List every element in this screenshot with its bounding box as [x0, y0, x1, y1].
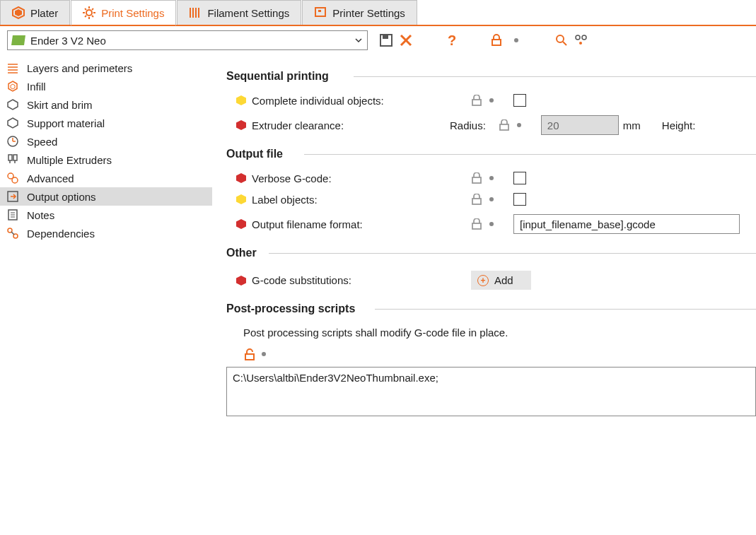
- preset-toolbar: Ender 3 V2 Neo ?: [0, 26, 756, 54]
- svg-line-8: [92, 16, 93, 17]
- bullet-icon: [236, 194, 246, 204]
- tab-plater[interactable]: Plater: [0, 0, 70, 25]
- label-gcode-subs: G-code substitutions:: [252, 274, 471, 286]
- hex-icon: [6, 98, 20, 112]
- printer-icon: [314, 6, 327, 19]
- input-filename-format[interactable]: [input_filename_base].gcode: [513, 214, 740, 234]
- svg-rect-59: [472, 199, 481, 204]
- reset-dot[interactable]: [489, 176, 494, 180]
- textarea-pp-scripts[interactable]: C:\Users\altbi\Ender3V2NeoThumbnail.exe;: [226, 367, 756, 416]
- section-output-title: Output file: [226, 148, 756, 160]
- lock-icon[interactable]: [471, 218, 482, 230]
- svg-rect-40: [8, 155, 12, 160]
- row-verbose-gcode: Verbose G-code:: [226, 167, 756, 189]
- gears-icon: [6, 171, 20, 185]
- checkbox-complete-objects[interactable]: [513, 94, 526, 107]
- save-button[interactable]: [378, 32, 395, 49]
- add-label: Add: [494, 274, 513, 286]
- sidebar-item-skirt[interactable]: Skirt and brim: [0, 95, 212, 114]
- sidebar-label: Support material: [27, 117, 105, 129]
- preset-dropdown[interactable]: Ender 3 V2 Neo: [7, 30, 368, 50]
- svg-rect-63: [245, 354, 254, 360]
- svg-marker-1: [15, 9, 22, 16]
- delete-button[interactable]: [397, 32, 414, 49]
- svg-line-51: [11, 232, 14, 235]
- clock-icon: [6, 134, 20, 148]
- gear-icon: [83, 6, 95, 19]
- checkbox-verbose[interactable]: [513, 172, 526, 184]
- row-extruder-clearance: Extruder clearance: Radius: 20 mm Height…: [226, 111, 756, 139]
- reset-dot[interactable]: [262, 352, 266, 356]
- label-label-objects: Label objects:: [252, 194, 471, 206]
- sidebar-item-advanced[interactable]: Advanced: [0, 169, 212, 187]
- sidebar-item-infill[interactable]: Infill: [0, 77, 212, 95]
- bullet-icon: [236, 120, 246, 130]
- hex-icon: [6, 116, 20, 130]
- lock-icon[interactable]: [471, 194, 482, 205]
- sidebar-item-speed[interactable]: Speed: [0, 132, 212, 151]
- svg-point-28: [579, 42, 582, 45]
- svg-point-24: [557, 35, 564, 42]
- settings-levels-button[interactable]: [573, 32, 590, 49]
- add-substitution-button[interactable]: + Add: [471, 271, 531, 290]
- search-button[interactable]: [553, 32, 570, 49]
- svg-point-43: [12, 177, 18, 183]
- lock-icon[interactable]: [499, 119, 510, 131]
- sidebar-item-output[interactable]: Output options: [0, 187, 212, 206]
- input-radius[interactable]: 20: [541, 115, 619, 135]
- sidebar-label: Speed: [27, 136, 57, 148]
- tab-printer-settings[interactable]: Printer Settings: [302, 0, 417, 25]
- plater-icon: [12, 6, 25, 19]
- sidebar-item-extruders[interactable]: Multiple Extruders: [0, 151, 212, 169]
- sidebar-label: Advanced: [27, 172, 74, 184]
- svg-rect-55: [500, 124, 508, 130]
- deps-icon: [6, 226, 20, 240]
- sidebar-label: Multiple Extruders: [27, 154, 112, 166]
- section-sequential-title: Sequential printing: [226, 70, 756, 83]
- settings-content: Sequential printing Complete individual …: [212, 54, 756, 430]
- bullet-icon: [236, 173, 246, 183]
- extruder-icon: [6, 153, 20, 167]
- svg-line-7: [85, 8, 86, 10]
- flag-icon: [11, 35, 25, 45]
- svg-point-23: [514, 38, 518, 42]
- preset-name: Ender 3 V2 Neo: [25, 35, 354, 47]
- svg-point-2: [86, 10, 92, 16]
- sidebar-label: Output options: [27, 191, 96, 203]
- main-tabs: Plater Print Settings Filament Settings …: [0, 0, 756, 26]
- notes-icon: [6, 208, 20, 222]
- row-filename-format: Output filename format: [input_filename_…: [226, 210, 756, 238]
- svg-line-10: [92, 8, 93, 10]
- svg-rect-61: [472, 223, 481, 229]
- unlock-icon[interactable]: [243, 348, 255, 360]
- reset-dot[interactable]: [489, 197, 494, 201]
- svg-rect-53: [472, 100, 481, 105]
- sidebar-item-deps[interactable]: Dependencies: [0, 224, 212, 242]
- sidebar-item-layers[interactable]: Layers and perimeters: [0, 59, 212, 77]
- reset-dot[interactable]: [517, 123, 521, 127]
- bullet-icon: [236, 95, 246, 105]
- label-complete-objects: Complete individual objects:: [252, 95, 471, 107]
- plus-icon: +: [477, 275, 489, 286]
- checkbox-label-objects[interactable]: [513, 193, 526, 206]
- tab-print-settings[interactable]: Print Settings: [71, 0, 176, 26]
- lock-icon[interactable]: [471, 95, 482, 106]
- lock-button[interactable]: [488, 32, 505, 49]
- svg-marker-54: [236, 120, 246, 130]
- reset-dot[interactable]: [489, 222, 494, 226]
- tab-filament-settings[interactable]: Filament Settings: [177, 0, 301, 25]
- lock-icon[interactable]: [471, 172, 482, 184]
- label-radius: Radius:: [450, 119, 486, 131]
- svg-rect-22: [492, 40, 501, 45]
- label-height: Height:: [662, 119, 696, 131]
- reset-dot[interactable]: [489, 98, 494, 102]
- svg-rect-57: [472, 177, 481, 183]
- section-other-title: Other: [226, 247, 756, 259]
- sidebar-item-support[interactable]: Support material: [0, 114, 212, 132]
- svg-marker-35: [8, 100, 18, 110]
- bullet-button[interactable]: [508, 32, 525, 49]
- sidebar-label: Skirt and brim: [27, 99, 93, 111]
- help-button[interactable]: ?: [443, 32, 460, 49]
- sidebar-item-notes[interactable]: Notes: [0, 206, 212, 224]
- bullet-icon: [236, 219, 246, 229]
